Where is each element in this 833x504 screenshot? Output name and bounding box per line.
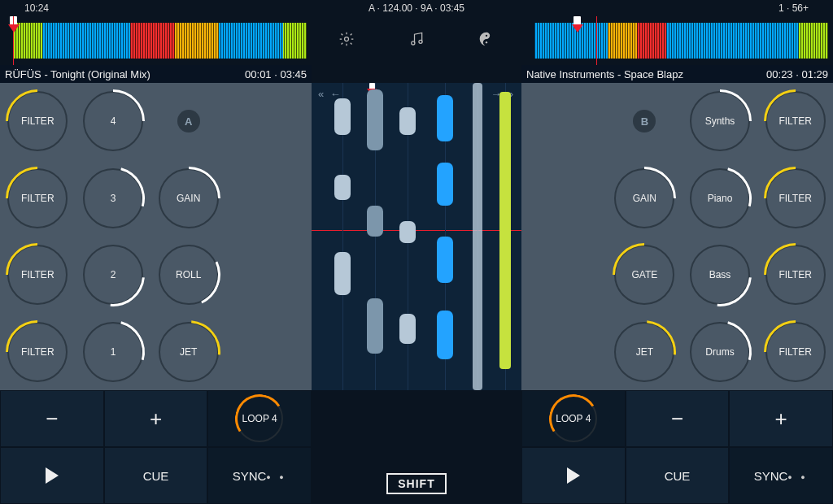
- overview-row: [0, 16, 833, 65]
- deck-a-spacer: [226, 83, 312, 390]
- knob-a-jet[interactable]: JET: [159, 322, 219, 382]
- track-time-b: 00:23 · 01:29: [766, 68, 828, 80]
- status-bar: 10:24 A · 124.00 · 9A · 03:45 1 · 56+: [0, 0, 833, 16]
- knob-a-filter-1[interactable]: FILTER: [7, 322, 68, 382]
- cue-marker-b[interactable]: [572, 16, 582, 65]
- cue-button-b[interactable]: CUE: [626, 448, 729, 503]
- knob-a-roll[interactable]: ROLL: [159, 245, 219, 305]
- overview-waveform-a: [13, 23, 307, 59]
- knob-a-filter-2[interactable]: FILTER: [7, 245, 68, 305]
- deck-badge-b: B: [633, 110, 656, 133]
- svg-point-2: [419, 40, 422, 43]
- main-area: FILTER 4 A FILTER 3 GAIN FILTER 2 ROLL F…: [0, 83, 833, 390]
- knob-a-stem-1[interactable]: 1: [83, 322, 143, 382]
- svg-point-0: [345, 37, 349, 41]
- status-time: 10:24: [24, 2, 49, 14]
- toolbar-center: [312, 16, 521, 65]
- shift-button[interactable]: SHIFT: [386, 473, 446, 494]
- svg-point-3: [486, 35, 487, 37]
- deck-a-grid: FILTER 4 A FILTER 3 GAIN FILTER 2 ROLL F…: [0, 83, 226, 390]
- loop-b[interactable]: LOOP 4: [522, 391, 625, 446]
- track-info-b[interactable]: Native Instruments - Space Blapz 00:23 ·…: [521, 65, 833, 83]
- svg-point-4: [486, 41, 487, 43]
- track-info-row: RÜFÜS - Tonight (Original Mix) 00:01 · 0…: [0, 65, 833, 83]
- knob-a-stem-4[interactable]: 4: [83, 91, 143, 151]
- knob-b-drums[interactable]: Drums: [690, 322, 750, 382]
- cue-button-a[interactable]: CUE: [105, 448, 207, 503]
- music-note-icon[interactable]: [408, 31, 425, 50]
- knob-b-synths[interactable]: Synths: [690, 91, 750, 151]
- knob-a-gain[interactable]: GAIN: [159, 168, 219, 228]
- tempo-minus-a[interactable]: −: [1, 391, 103, 446]
- tempo-plus-a[interactable]: +: [105, 391, 207, 446]
- sync-button-b[interactable]: SYNC: [730, 448, 832, 503]
- track-info-a[interactable]: RÜFÜS - Tonight (Original Mix) 00:01 · 0…: [0, 65, 312, 83]
- knob-b-jet[interactable]: JET: [614, 322, 674, 382]
- tempo-minus-b[interactable]: −: [626, 391, 729, 446]
- knob-b-piano[interactable]: Piano: [690, 168, 750, 228]
- center-waveform[interactable]: « ← → »: [312, 83, 521, 390]
- transport-center: SHIFT: [312, 390, 521, 504]
- knob-b-filter-synths[interactable]: FILTER: [765, 91, 826, 151]
- knob-a-stem-2[interactable]: 2: [83, 245, 143, 305]
- status-right: 1 · 56+: [778, 2, 809, 14]
- knob-b-bass[interactable]: Bass: [690, 245, 750, 305]
- knob-b-gain[interactable]: GAIN: [614, 168, 674, 228]
- gear-icon[interactable]: [338, 31, 355, 50]
- play-button-b[interactable]: [522, 448, 625, 503]
- track-title-b: Native Instruments - Space Blapz: [526, 68, 683, 80]
- transport-row: − + LOOP 4 CUE SYNC SHIFT LOOP 4 − + CUE…: [0, 390, 833, 504]
- knob-a-filter-3[interactable]: FILTER: [7, 168, 68, 228]
- play-icon: [46, 467, 59, 484]
- knob-b-gate[interactable]: GATE: [614, 245, 674, 305]
- transport-b: LOOP 4 − + CUE SYNC: [521, 390, 833, 504]
- yinyang-icon[interactable]: [478, 31, 495, 50]
- knob-b-filter-piano[interactable]: FILTER: [765, 168, 826, 228]
- playhead-a[interactable]: [13, 16, 14, 65]
- track-time-a: 00:01 · 03:45: [245, 68, 307, 80]
- deck-badge-a: A: [177, 110, 200, 133]
- play-icon: [567, 467, 580, 484]
- knob-b-filter-drums[interactable]: FILTER: [765, 322, 826, 382]
- overview-deck-b[interactable]: [521, 16, 833, 65]
- playhead-b[interactable]: [596, 16, 597, 65]
- knob-a-stem-3[interactable]: 3: [83, 168, 143, 228]
- deck-b-spacer: [521, 83, 607, 390]
- sync-button-a[interactable]: SYNC: [208, 448, 311, 503]
- overview-deck-a[interactable]: [0, 16, 312, 65]
- transport-a: − + LOOP 4 CUE SYNC: [0, 390, 312, 504]
- deck-b-grid: B Synths FILTER GAIN Piano FILTER GATE B…: [607, 83, 833, 390]
- knob-a-filter-4[interactable]: FILTER: [7, 91, 68, 151]
- track-title-a: RÜFÜS - Tonight (Original Mix): [5, 68, 150, 80]
- play-button-a[interactable]: [1, 448, 103, 503]
- knob-b-filter-bass[interactable]: FILTER: [765, 245, 826, 305]
- loop-a[interactable]: LOOP 4: [208, 391, 311, 446]
- tempo-plus-b[interactable]: +: [730, 391, 832, 446]
- status-center: A · 124.00 · 9A · 03:45: [369, 2, 464, 14]
